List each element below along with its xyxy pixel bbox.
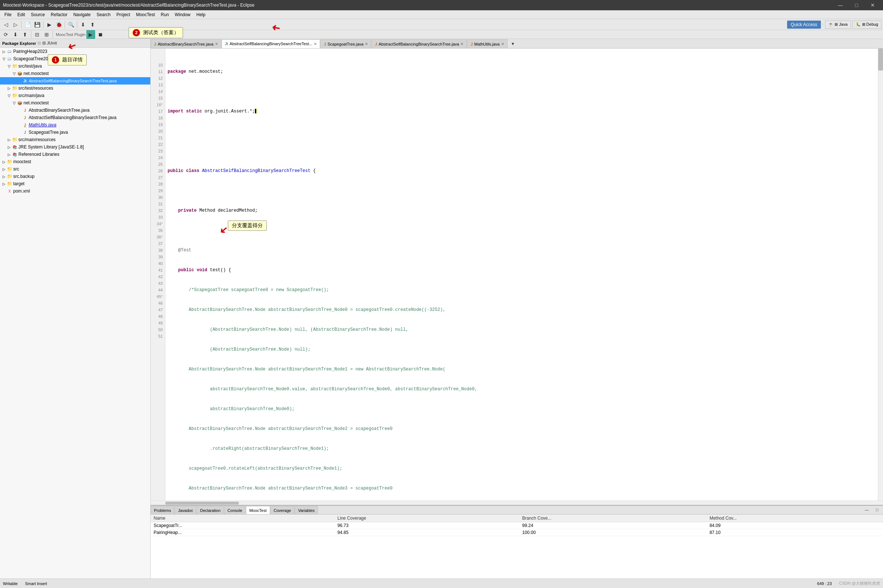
bottom-minimize-btn[interactable]: —: [862, 506, 871, 514]
code-scroll-area[interactable]: 10 11 12 13 14 15 16° 17 18 19 20 21 22 …: [151, 48, 883, 501]
tab-label-scapegoat: ScapegoatTree.java: [327, 42, 363, 46]
menu-source[interactable]: Source: [28, 10, 48, 19]
ln-25: 25: [153, 161, 163, 168]
close-button[interactable]: ✕: [865, 1, 880, 9]
toolbar-back[interactable]: ◁: [1, 20, 10, 29]
toolbar2-btn2[interactable]: ⬇: [11, 30, 20, 39]
menu-help[interactable]: Help: [193, 10, 208, 19]
tab-label-math: MathUtils.java: [474, 42, 500, 46]
code-line-12: public class AbstractSelfBalancingBinary…: [168, 168, 876, 174]
sidebar-tree: ▷ 🗂 PairingHeap2023 ▽ 🗂 ScapegoatTree202…: [0, 48, 150, 579]
cov-method-pairing: 87.10: [707, 529, 883, 536]
tab-close-math[interactable]: ✕: [501, 42, 504, 46]
menu-mooctest[interactable]: MoocTest: [133, 10, 157, 19]
tab-scapegoat[interactable]: J ScapegoatTree.java ✕: [321, 39, 371, 48]
menu-refactor[interactable]: Refactor: [48, 10, 70, 19]
toolbar2-mooctest-stop[interactable]: ⏹: [96, 30, 105, 39]
bottom-tab-declaration[interactable]: Declaration: [196, 506, 224, 514]
tree-item-pom[interactable]: X pom.xml: [0, 188, 150, 195]
menu-edit[interactable]: Edit: [14, 10, 28, 19]
tree-item-mooctest[interactable]: ▷ 📁 mooctest: [0, 158, 150, 165]
toolbar-forward[interactable]: ▷: [11, 20, 20, 29]
toolbar-prev-annotation[interactable]: ⬆: [88, 20, 97, 29]
col-header-branch[interactable]: Branch Cove...: [519, 514, 707, 522]
toolbar-search[interactable]: 🔍: [66, 20, 75, 29]
sidebar-sep: ⊟: [37, 41, 41, 46]
h-scrollbar-thumb[interactable]: [165, 502, 239, 505]
tree-item-ref-libs[interactable]: ▷ 📚 Referenced Libraries: [0, 151, 150, 158]
bottom-maximize-btn[interactable]: □: [873, 506, 882, 514]
menu-window[interactable]: Window: [172, 10, 193, 19]
toolbar2-mooctest-run[interactable]: ▶: [86, 30, 95, 39]
editor-scrollbar[interactable]: [878, 48, 883, 501]
tree-item-net-mooctest-test[interactable]: ▽ 📦 net.mooctest: [0, 70, 150, 77]
junit-tab[interactable]: ⊟ JUnit: [42, 41, 57, 46]
cov-name-pairing: PairingHeap...: [151, 529, 334, 536]
tree-item-net-mooctest-main[interactable]: ▽ 📦 net.mooctest: [0, 99, 150, 106]
bottom-tab-problems[interactable]: Problems: [151, 506, 174, 514]
tab-close-scapegoat[interactable]: ✕: [365, 42, 368, 46]
menu-run[interactable]: Run: [158, 10, 172, 19]
col-header-name[interactable]: Name: [151, 514, 334, 522]
quick-access-button[interactable]: Quick Access: [787, 21, 821, 28]
menu-file[interactable]: File: [1, 10, 14, 19]
tree-item-pairing-heap[interactable]: ▷ 🗂 PairingHeap2023: [0, 48, 150, 55]
tab-close-self-main[interactable]: ✕: [460, 42, 463, 46]
minimize-button[interactable]: —: [833, 1, 848, 9]
bottom-tab-console[interactable]: Console: [224, 506, 246, 514]
tree-item-src-test-java[interactable]: ▽ 📁 src/test/java: [0, 63, 150, 70]
tree-item-abstract-binary[interactable]: J AbstractBinarySearchTree.java: [0, 106, 150, 114]
java-test-icon: Jt: [22, 78, 28, 84]
package-explorer-panel: Package Explorer ⊟ ⊟ JUnit ▷ 🗂 PairingHe…: [0, 39, 151, 579]
menu-search[interactable]: Search: [94, 10, 114, 19]
bottom-tab-variables[interactable]: Variables: [295, 506, 318, 514]
tab-abstract-binary[interactable]: J AbstractBinarySearchTree.java ✕: [151, 39, 221, 48]
debug-perspective-button[interactable]: 🐛 ⊞ Debug: [853, 21, 882, 28]
bottom-tab-coverage[interactable]: Coverage: [270, 506, 295, 514]
java-perspective-button[interactable]: ☕ ⊞ Java: [825, 21, 851, 28]
tree-item-src-backup[interactable]: ▷ 📁 src.backup: [0, 173, 150, 180]
tree-item-src[interactable]: ▷ 📁 src: [0, 165, 150, 173]
tree-item-src-main-java[interactable]: ▽ 📁 src/main/java: [0, 92, 150, 99]
code-line-27: scapegoatTree0.rotateLeft(abstractBinary…: [168, 465, 876, 472]
bottom-tab-mooctest[interactable]: MoocTest: [246, 506, 270, 514]
toolbar-new[interactable]: 📄: [23, 20, 32, 29]
toolbar2-collapse[interactable]: ⊟: [33, 30, 42, 39]
tree-item-abstract-self-main[interactable]: J AbstractSelfBalancingBinarySearchTree.…: [0, 114, 150, 121]
editor-area: J AbstractBinarySearchTree.java ✕ Jt Abs…: [151, 39, 883, 579]
status-right: 649 : 23 CSDN @大猪猪吃虎虎: [817, 580, 880, 586]
tree-item-src-test-res[interactable]: ▷ 📁 src/test/resources: [0, 84, 150, 92]
tree-item-scapegoat-java[interactable]: J ScapegoatTree.java: [0, 129, 150, 136]
tab-close-self-test[interactable]: ✕: [314, 42, 317, 46]
toolbar-debug[interactable]: 🐞: [54, 20, 63, 29]
toolbar-next-annotation[interactable]: ⬇: [79, 20, 87, 29]
tree-item-abstract-self-test[interactable]: Jt AbstractSelfBalancingBinarySearchTree…: [0, 77, 150, 84]
toolbar2-expand[interactable]: ⊞: [42, 30, 51, 39]
col-header-line[interactable]: Line Coverage: [334, 514, 519, 522]
tree-label-math: MathUtils.java: [28, 122, 56, 128]
tab-abstract-self-main[interactable]: J AbstractSelfBalancingBinarySearchTree.…: [372, 39, 467, 48]
toolbar-separator-1: [21, 21, 22, 28]
toolbar2-btn1[interactable]: ⟳: [1, 30, 10, 39]
scrollbar-thumb[interactable]: [878, 48, 883, 70]
col-header-method[interactable]: Method Cov...: [707, 514, 883, 522]
tree-item-target[interactable]: ▷ 📁 target: [0, 180, 150, 188]
tree-item-src-main-res[interactable]: ▷ 📁 src/main/resources: [0, 136, 150, 143]
tree-item-scapegoat[interactable]: ▽ 🗂 ScapegoatTree2023: [0, 55, 150, 63]
tab-close-abstract-binary[interactable]: ✕: [215, 42, 218, 46]
tab-math-utils[interactable]: J MathUtils.java ✕: [467, 39, 507, 48]
tab-overflow-button[interactable]: ▼: [508, 39, 517, 48]
menu-navigate[interactable]: Navigate: [70, 10, 93, 19]
bottom-tab-javadoc[interactable]: Javadoc: [175, 506, 196, 514]
tree-item-math-utils[interactable]: J MathUtils.java: [0, 121, 150, 129]
toolbar-run[interactable]: ▶: [45, 20, 54, 29]
menu-project[interactable]: Project: [114, 10, 133, 19]
toolbar2-btn3[interactable]: ⬆: [21, 30, 29, 39]
code-content[interactable]: package net.mooctest; import static org.…: [165, 48, 878, 501]
tab-abstract-self-test[interactable]: Jt AbstractSelfBalancingBinarySearchTree…: [222, 39, 320, 48]
maximize-button[interactable]: □: [849, 1, 864, 9]
bottom-panel: Problems Javadoc Declaration Console Moo…: [151, 505, 883, 579]
toolbar-save[interactable]: 💾: [33, 20, 42, 29]
horizontal-scrollbar[interactable]: [151, 501, 883, 505]
tree-item-jre[interactable]: ▷ 📚 JRE System Library [JavaSE-1.8]: [0, 143, 150, 151]
